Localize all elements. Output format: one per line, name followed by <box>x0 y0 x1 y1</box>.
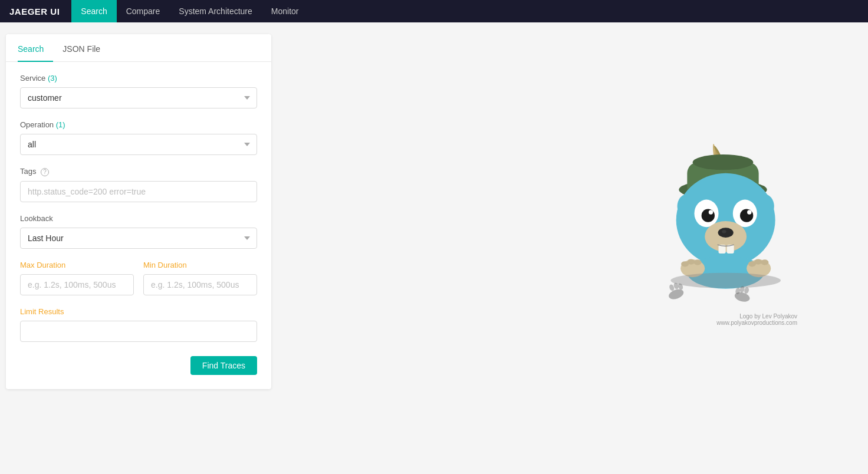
button-row: Find Traces <box>20 354 257 375</box>
lookback-group: Lookback Last Hour Last 2 Hours Last 3 H… <box>20 214 257 249</box>
main-layout: Search JSON File Service (3) customer dr… <box>0 22 868 474</box>
limit-label: Limit Results <box>20 307 257 316</box>
max-duration-input[interactable] <box>20 274 134 295</box>
svg-point-11 <box>676 173 775 267</box>
gopher-illustration: Logo by Lev Polyakov www.polyakovproduct… <box>632 132 797 326</box>
svg-point-28 <box>694 259 702 265</box>
gopher-credit: Logo by Lev Polyakov www.polyakovproduct… <box>632 312 797 325</box>
find-traces-button[interactable]: Find Traces <box>190 356 257 375</box>
service-select[interactable]: customer driver frontend mysql redis rou… <box>20 87 257 108</box>
search-form: Service (3) customer driver frontend mys… <box>6 62 271 389</box>
svg-point-31 <box>761 259 768 265</box>
svg-point-40 <box>744 287 749 294</box>
content-area: Logo by Lev Polyakov www.polyakovproduct… <box>277 22 868 474</box>
tags-input[interactable] <box>20 181 257 202</box>
navbar: JAEGER UI Search Compare System Architec… <box>0 0 868 22</box>
lookback-select-wrapper: Last Hour Last 2 Hours Last 3 Hours Last… <box>20 228 257 249</box>
nav-item-search[interactable]: Search <box>71 0 116 22</box>
service-select-wrapper: customer driver frontend mysql redis rou… <box>20 87 257 108</box>
operation-count: (1) <box>56 120 65 129</box>
tags-help-icon[interactable]: ? <box>41 168 49 176</box>
svg-point-19 <box>718 228 734 238</box>
svg-point-30 <box>754 259 762 264</box>
nav-item-monitor[interactable]: Monitor <box>262 0 308 22</box>
brand-logo: JAEGER UI <box>9 6 60 17</box>
service-label: Service (3) <box>20 74 257 83</box>
search-panel: Search JSON File Service (3) customer dr… <box>6 34 271 389</box>
operation-select-wrapper: all <box>20 134 257 155</box>
max-duration-label: Max Duration <box>20 261 134 269</box>
nav-item-system-architecture[interactable]: System Architecture <box>169 0 262 22</box>
svg-point-27 <box>687 259 695 264</box>
limit-input[interactable]: 20 <box>20 321 257 342</box>
nav-item-compare[interactable]: Compare <box>117 0 170 22</box>
lookback-select[interactable]: Last Hour Last 2 Hours Last 3 Hours Last… <box>20 228 257 249</box>
svg-point-20 <box>722 230 726 233</box>
operation-select[interactable]: all <box>20 134 257 155</box>
min-duration-label: Min Duration <box>143 261 257 269</box>
lookback-label: Lookback <box>20 214 257 223</box>
svg-point-5 <box>693 154 754 170</box>
svg-point-15 <box>740 209 753 222</box>
gopher-svg <box>632 132 797 308</box>
svg-point-32 <box>670 273 781 288</box>
panel-tabs: Search JSON File <box>6 34 271 62</box>
min-duration-col: Min Duration <box>143 261 257 295</box>
duration-row: Max Duration Min Duration <box>20 261 257 295</box>
max-duration-col: Max Duration <box>20 261 134 295</box>
svg-point-16 <box>709 210 713 214</box>
operation-group: Operation (1) all <box>20 120 257 155</box>
svg-point-33 <box>668 288 685 301</box>
svg-point-17 <box>747 210 751 214</box>
service-count: (3) <box>48 74 57 83</box>
limit-group: Limit Results 20 <box>20 307 257 342</box>
sidebar: Search JSON File Service (3) customer dr… <box>0 22 277 474</box>
tab-search[interactable]: Search <box>18 35 53 62</box>
service-group: Service (3) customer driver frontend mys… <box>20 74 257 108</box>
tags-group: Tags ? <box>20 167 257 202</box>
tags-label: Tags ? <box>20 167 257 176</box>
svg-point-14 <box>702 209 715 222</box>
tab-json-file[interactable]: JSON File <box>63 35 110 62</box>
min-duration-input[interactable] <box>143 274 257 295</box>
operation-label: Operation (1) <box>20 120 257 129</box>
